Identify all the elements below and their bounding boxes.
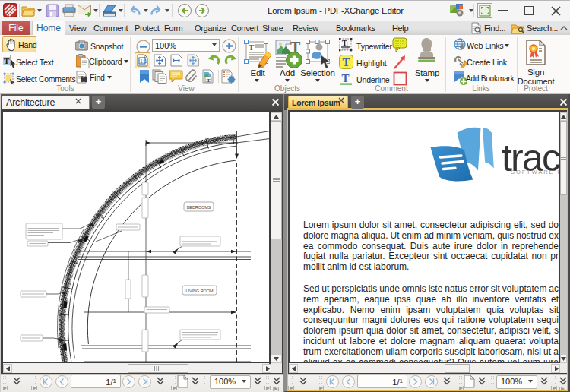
svg-text:BEDROOMS: BEDROOMS (187, 205, 211, 210)
svg-text:1:1: 1:1 (140, 58, 147, 64)
svg-text:LIVING ROOM: LIVING ROOM (186, 289, 214, 293)
svg-text:T: T (4, 56, 10, 65)
svg-text:T: T (343, 56, 350, 68)
svg-text:T: T (207, 77, 211, 84)
svg-text:T: T (342, 72, 350, 84)
svg-text:T: T (249, 43, 255, 52)
svg-text:T: T (342, 39, 347, 47)
